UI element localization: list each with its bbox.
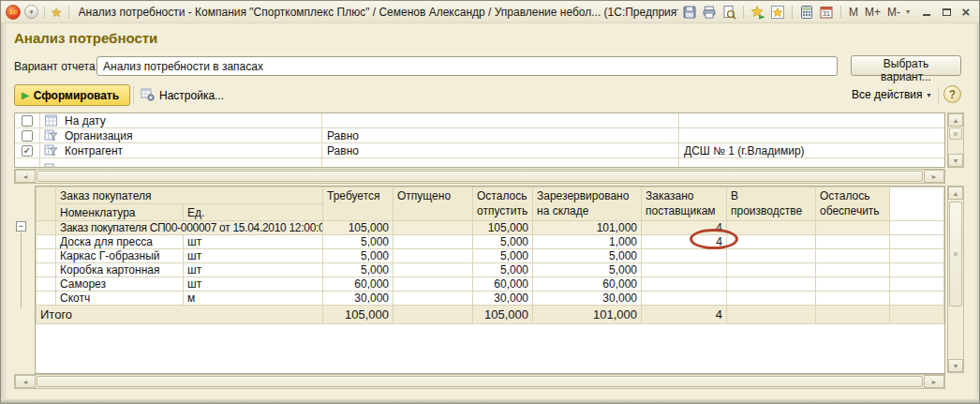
page-title: Анализ потребности [14,30,157,46]
svg-text:31: 31 [823,10,830,17]
collapse-group-toggle[interactable]: − [16,221,26,232]
play-icon: ▶ [22,91,29,100]
system-menu-button[interactable]: ▾ [24,5,38,19]
filter-funnel-icon [44,162,59,168]
print-icon[interactable] [702,5,717,20]
scroll-thumb[interactable] [949,127,962,140]
filter-checkbox[interactable]: ✓ [22,145,33,157]
select-variant-button[interactable]: Выбрать вариант... [851,55,961,76]
close-button[interactable]: × [958,5,974,20]
separator [938,87,939,104]
chevron-down-icon: ▾ [927,91,930,99]
filter-row-organization[interactable]: Организация Равно [15,128,944,143]
separator [743,6,744,19]
save-icon[interactable] [682,5,697,20]
minimize-button[interactable] [918,5,935,20]
filter-row-date[interactable]: На дату [15,113,944,128]
table-row[interactable]: Каркас Г-образный шт 5,000 5,000 5,000 [37,249,944,263]
column-header-left-to-issue[interactable]: Осталось отпустить [473,187,533,221]
separator [133,86,134,104]
column-header-unit[interactable]: Ед. [184,204,323,221]
table-row[interactable]: Скотч м 30,000 30,000 30,000 [37,292,944,306]
table-row-group[interactable]: Заказ покупателя СП00-000007 от 15.04.20… [37,221,944,235]
total-label: Итого [37,306,323,324]
window-edge-shade [1,23,7,403]
scroll-up-icon[interactable]: ▲ [948,187,963,200]
filter-name: Контрагент [65,144,123,157]
memory-m-minus-button[interactable]: M- [886,6,901,19]
titlebar: 1с ▾ ★ Анализ потребности - Компания "Сп… [1,1,979,23]
variant-label: Вариант отчета: [14,60,98,73]
circled-value-cell: 4 [642,235,727,249]
window-edge-shade [974,23,979,403]
table-row[interactable]: Саморез шт 60,000 60,000 60,000 [37,277,944,292]
help-button[interactable]: ? [943,85,961,103]
column-header-nomenclature[interactable]: Номенклатура [56,204,184,221]
tree-line [21,232,22,308]
column-header-issued[interactable]: Отпущено [393,187,473,221]
filter-funnel-icon [44,143,59,157]
filler-column [890,187,944,221]
memory-m-plus-button[interactable]: M+ [864,6,882,19]
add-favorite-icon[interactable] [750,5,765,20]
separator [840,6,841,19]
calendar-grid-icon [44,113,59,127]
favorites-list-icon[interactable] [770,5,785,20]
filter-row-counterparty[interactable]: ✓ Контрагент Равно ДСШ № 1 (г.Владимир) [15,143,944,158]
scroll-down-icon[interactable]: ▼ [948,154,963,167]
scroll-right-icon[interactable]: ► [924,375,944,388]
order-group-cell: Заказ покупателя СП00-000007 от 15.04.20… [56,221,323,235]
settings-button[interactable]: Настройка... [141,87,224,104]
print-preview-icon[interactable] [721,5,736,20]
window-title: Анализ потребности - Компания "Спорткомп… [79,6,678,19]
scroll-thumb[interactable] [37,171,923,182]
scroll-right-icon[interactable]: ► [924,170,944,183]
separator [68,6,69,19]
table-row[interactable]: Коробка картонная шт 5,000 5,000 5,000 [37,263,944,277]
filter-name: Организация [65,129,132,142]
favorites-star-icon[interactable]: ★ [51,6,63,19]
scroll-up-icon[interactable]: ▲ [948,113,963,127]
column-header-ordered[interactable]: Заказано поставщикам [642,187,727,221]
column-header-in-production[interactable]: В производстве [727,187,816,221]
generate-button[interactable]: ▶ Сформировать [14,84,130,106]
scroll-down-icon[interactable]: ▼ [948,359,963,372]
scroll-left-icon[interactable]: ◄ [15,375,36,388]
filter-value: ДСШ № 1 (г.Владимир) [684,144,805,157]
column-header-reserved[interactable]: Зарезервировано на складе [533,187,642,221]
settings-grid-gear-icon [141,87,155,104]
report-grid: Заказ покупателя Требуется Отпущено Оста… [35,186,945,374]
column-header-required[interactable]: Требуется [323,187,393,221]
filter-checkbox[interactable] [22,115,33,127]
report-vertical-scrollbar[interactable]: ▲ ▼ [947,186,964,373]
table-row[interactable]: Доска для пресса шт 5,000 5,000 1,000 4 [37,235,944,249]
maximize-button[interactable] [938,5,955,20]
scroll-thumb[interactable] [949,202,962,307]
filter-horizontal-scrollbar[interactable]: ◄ ► [14,169,945,184]
app-window: 1с ▾ ★ Анализ потребности - Компания "Сп… [0,0,980,404]
tree-column-header [37,187,56,221]
column-header-order[interactable]: Заказ покупателя [56,187,323,204]
filter-vertical-scrollbar[interactable]: ▲ ▼ [947,112,964,168]
filter-row-clipped [15,158,944,168]
calendar-icon[interactable]: 31 [819,5,834,20]
calculator-icon[interactable] [799,5,814,20]
window-edge-shade [1,398,979,403]
table-row-total[interactable]: Итого 105,000 105,000 101,000 4 [37,306,944,324]
report-variant-input[interactable] [97,56,838,76]
more-tools-chevron-icon[interactable]: ▾ [906,7,910,16]
filter-condition: Равно [327,129,359,142]
scroll-left-icon[interactable]: ◄ [15,170,36,183]
memory-m-button[interactable]: M [848,6,859,19]
all-actions-button[interactable]: Все действия ▾ [852,88,930,101]
filter-funnel-icon [44,128,59,142]
filter-name: На дату [65,114,106,127]
report-horizontal-scrollbar[interactable]: ◄ ► [14,374,945,389]
column-header-left-to-provide[interactable]: Осталось обеспечить [816,187,890,221]
separator [44,6,45,19]
filter-settings-grid: На дату Организация Равно ✓ Контрагент Р… [14,112,945,168]
filter-checkbox[interactable] [22,130,33,142]
filter-condition: Равно [327,144,359,157]
scroll-thumb[interactable] [37,376,923,387]
separator [792,6,793,19]
